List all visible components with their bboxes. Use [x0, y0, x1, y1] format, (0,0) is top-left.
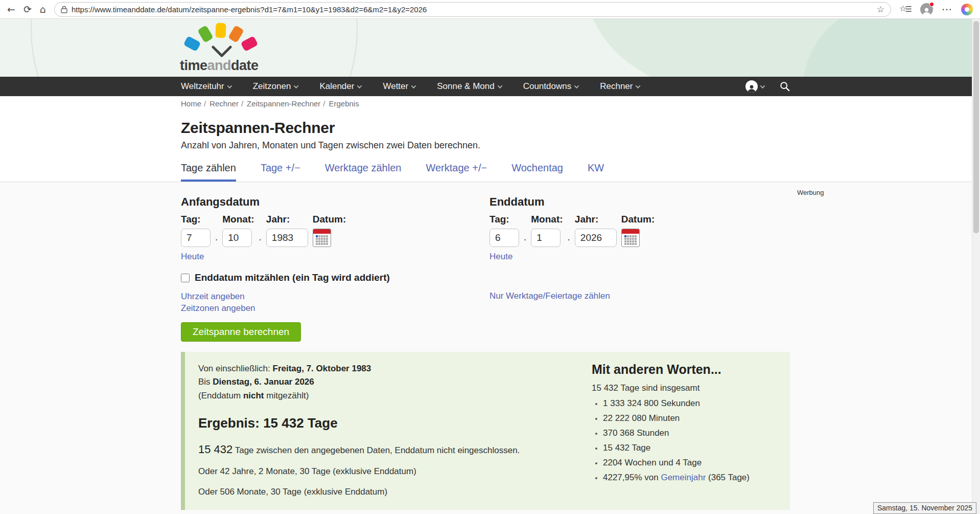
- lock-icon: [61, 6, 67, 13]
- end-day-label: Tag:: [489, 214, 519, 225]
- account-button[interactable]: [745, 80, 764, 93]
- chevron-down-icon: [497, 83, 502, 88]
- site-logo[interactable]: timeanddate: [180, 21, 282, 76]
- other-words-heading: Mit anderen Worten...: [592, 362, 777, 377]
- start-month-input[interactable]: [222, 229, 252, 247]
- start-day-input[interactable]: [181, 229, 211, 247]
- nav-item-weltzeituhr[interactable]: Weltzeituhr: [181, 81, 231, 92]
- notification-dot: [929, 2, 934, 7]
- start-month-label: Monat:: [222, 214, 254, 225]
- end-today-link[interactable]: Heute: [489, 252, 512, 262]
- result-to-line: Bis Dienstag, 6. Januar 2026: [198, 375, 592, 389]
- back-icon[interactable]: ←: [7, 5, 15, 14]
- end-month-input[interactable]: [531, 229, 561, 247]
- copilot-icon[interactable]: [961, 4, 973, 15]
- logo-tile-green: [197, 25, 214, 43]
- start-date-picker-label: Datum:: [313, 214, 346, 225]
- breadcrumb-zeitspannen-rechner[interactable]: Zeitspannen-Rechner: [247, 99, 320, 108]
- breadcrumb-rechner[interactable]: Rechner: [209, 99, 239, 108]
- breadcrumb-ergebnis[interactable]: Ergebnis: [329, 99, 359, 108]
- end-calendar-icon[interactable]: [621, 229, 640, 247]
- include-end-date-label: Enddatum mitzählen (ein Tag wird addiert…: [195, 272, 390, 283]
- start-today-link[interactable]: Heute: [181, 252, 204, 262]
- page-upper: Home/Rechner/Zeitspannen-Rechner/Ergebni…: [0, 96, 980, 182]
- tab-tage-plusminus[interactable]: Tage +/−: [261, 162, 300, 182]
- browser-toolbar: ← ⟳ ⌂ ☆ ☆☰ ⋯: [0, 0, 980, 19]
- list-item: 2204 Wochen und 4 Tage: [603, 458, 777, 468]
- end-year-label: Jahr:: [575, 214, 617, 225]
- start-date-section: Anfangsdatum Tag: . Monat: . Jahr:: [181, 182, 489, 262]
- logo-tile-pink: [241, 36, 259, 52]
- nav-item-zeitzonen[interactable]: Zeitzonen: [253, 81, 298, 92]
- result-summary: Von einschließlich: Freitag, 7. Oktober …: [198, 362, 592, 499]
- other-words-panel: Mit anderen Worten... 15 432 Tage sind i…: [592, 362, 777, 499]
- chevron-down-icon: [227, 83, 232, 88]
- end-date-picker-label: Datum:: [621, 214, 655, 225]
- include-end-date-checkbox[interactable]: [181, 274, 190, 282]
- list-item: 22 222 080 Minuten: [603, 413, 777, 423]
- page-subtitle: Anzahl von Jahren, Monaten und Tagen zwi…: [181, 140, 980, 151]
- favorite-star-icon[interactable]: ☆: [877, 4, 884, 15]
- favorites-bar-icon[interactable]: ☆☰: [899, 4, 912, 15]
- start-date-heading: Anfangsdatum: [181, 195, 489, 209]
- refresh-icon[interactable]: ⟳: [24, 5, 32, 14]
- nav-item-wetter[interactable]: Wetter: [383, 81, 415, 92]
- search-icon[interactable]: [780, 81, 790, 92]
- logo-tile-orange: [228, 25, 244, 43]
- start-year-input[interactable]: [266, 229, 308, 247]
- nav-item-countdowns[interactable]: Countdowns: [523, 81, 579, 92]
- start-calendar-icon[interactable]: [313, 229, 331, 247]
- logo-tile-yellow: [216, 23, 226, 38]
- main-navigation: Weltzeituhr Zeitzonen Kalender Wetter So…: [0, 77, 980, 96]
- list-item: 4227,95% von Gemeinjahr (365 Tage): [603, 473, 777, 483]
- nav-item-kalender[interactable]: Kalender: [319, 81, 361, 92]
- list-item: 1 333 324 800 Sekunden: [603, 398, 777, 409]
- tab-kw[interactable]: KW: [588, 162, 604, 182]
- tab-bar: Tage zählen Tage +/− Werktage zählen Wer…: [181, 162, 980, 182]
- page-body: Home/Rechner/Zeitspannen-Rechner/Ergebni…: [0, 96, 980, 514]
- breadcrumb: Home/Rechner/Zeitspannen-Rechner/Ergebni…: [181, 96, 980, 108]
- other-words-list: 1 333 324 800 Sekunden 22 222 080 Minute…: [603, 398, 777, 483]
- nav-item-sonne-mond[interactable]: Sonne & Mond: [437, 81, 501, 92]
- end-day-input[interactable]: [489, 229, 519, 247]
- logo-chevron-icon: [212, 46, 232, 58]
- scrollbar-thumb[interactable]: [973, 21, 979, 233]
- result-alt-months: Oder 506 Monate, 30 Tage (exklusive Endd…: [198, 485, 592, 499]
- url-input[interactable]: [72, 5, 873, 14]
- home-icon[interactable]: ⌂: [40, 5, 46, 14]
- workdays-only-link[interactable]: Nur Werktage/Feiertage zählen: [489, 291, 610, 301]
- start-year-label: Jahr:: [266, 214, 308, 225]
- calculate-button[interactable]: Zeitspanne berechnen: [181, 322, 301, 342]
- common-year-link[interactable]: Gemeinjahr: [661, 473, 706, 482]
- chevron-down-icon: [294, 83, 299, 88]
- end-date-heading: Enddatum: [489, 195, 798, 209]
- result-note-line: (Enddatum nicht mitgezählt): [198, 389, 592, 403]
- browser-menu-icon[interactable]: ⋯: [942, 3, 952, 15]
- person-icon: [922, 6, 931, 16]
- tab-werktage-zaehlen[interactable]: Werktage zählen: [325, 162, 402, 182]
- end-year-input[interactable]: [575, 229, 617, 247]
- tab-wochentag[interactable]: Wochentag: [511, 162, 563, 182]
- tab-werktage-plusminus[interactable]: Werktage +/−: [426, 162, 487, 182]
- include-end-date-row: Enddatum mitzählen (ein Tag wird addiert…: [181, 272, 980, 283]
- scrollbar[interactable]: [972, 19, 980, 514]
- chevron-down-icon: [760, 83, 765, 88]
- status-tooltip: Samstag, 15. November 2025: [873, 502, 976, 514]
- page-title: Zeitspannen-Rechner: [181, 119, 980, 137]
- add-timezone-link[interactable]: Zeitzonen angeben: [181, 303, 980, 315]
- result-days-line: 15 432 Tage zwischen den angegebenen Dat…: [198, 441, 592, 458]
- breadcrumb-home[interactable]: Home: [181, 99, 201, 108]
- address-bar[interactable]: ☆: [54, 2, 891, 17]
- logo-text: timeanddate: [180, 58, 259, 74]
- end-month-label: Monat:: [531, 214, 563, 225]
- result-alt-years: Oder 42 Jahre, 2 Monate, 30 Tage (exklus…: [198, 465, 592, 478]
- browser-actions: ☆☰ ⋯: [899, 3, 973, 16]
- end-date-section: Enddatum Tag: . Monat: . Jahr:: [489, 182, 798, 262]
- result-from-line: Von einschließlich: Freitag, 7. Oktober …: [198, 362, 592, 375]
- date-form: Anfangsdatum Tag: . Monat: . Jahr:: [181, 182, 980, 262]
- ad-label: Werbung: [797, 189, 824, 196]
- nav-item-rechner[interactable]: Rechner: [600, 81, 640, 92]
- profile-avatar[interactable]: [920, 3, 933, 16]
- start-day-label: Tag:: [181, 214, 211, 225]
- tab-tage-zaehlen[interactable]: Tage zählen: [181, 162, 236, 182]
